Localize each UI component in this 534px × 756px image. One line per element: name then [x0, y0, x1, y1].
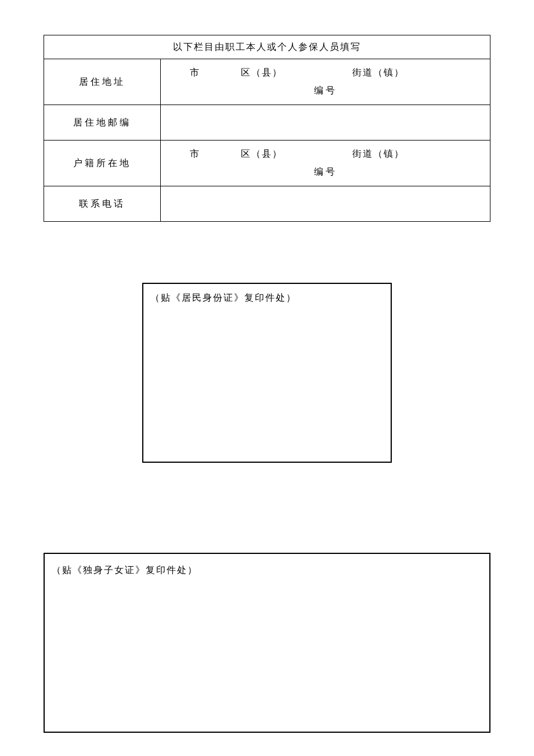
- hukou-street: 街道（镇）: [352, 148, 405, 160]
- hukou-line2: 编号: [161, 166, 490, 178]
- hukou-value-cell[interactable]: 市 区（县） 街道（镇） 编号: [161, 141, 490, 186]
- address-line1: 市 区（县） 街道（镇）: [161, 67, 490, 79]
- hukou-city: 市: [190, 148, 200, 160]
- addr-district: 区（县）: [241, 67, 283, 79]
- phone-label: 联系电话: [79, 199, 125, 208]
- row-label-hukou: 户籍所在地: [44, 141, 161, 186]
- row-label-postal: 居住地邮编: [44, 105, 161, 141]
- only-child-cert-paste-box: （贴《独身子女证》复印件处）: [44, 553, 490, 733]
- address-line2: 编号: [161, 85, 490, 97]
- addr-street: 街道（镇）: [352, 67, 405, 79]
- id-card-paste-box: （贴《居民身份证》复印件处）: [142, 283, 392, 463]
- row-label-address: 居住地址: [44, 59, 161, 105]
- only-child-cert-paste-text: （贴《独身子女证》复印件处）: [52, 565, 198, 575]
- table-header: 以下栏目由职工本人或个人参保人员填写: [44, 35, 490, 59]
- postal-label: 居住地邮编: [73, 117, 131, 127]
- phone-value-cell[interactable]: [161, 186, 490, 222]
- page: 以下栏目由职工本人或个人参保人员填写 居住地址 市 区（县） 街道（镇） 编号 …: [0, 0, 534, 733]
- postal-value-cell[interactable]: [161, 105, 490, 141]
- hukou-label: 户籍所在地: [73, 158, 131, 168]
- header-text: 以下栏目由职工本人或个人参保人员填写: [173, 42, 361, 52]
- addr-city: 市: [190, 67, 200, 79]
- address-label: 居住地址: [79, 77, 125, 87]
- hukou-number: 编号: [314, 167, 337, 177]
- row-label-phone: 联系电话: [44, 186, 161, 222]
- address-value-cell[interactable]: 市 区（县） 街道（镇） 编号: [161, 59, 490, 105]
- hukou-line1: 市 区（县） 街道（镇）: [161, 148, 490, 160]
- hukou-district: 区（县）: [241, 148, 283, 160]
- id-card-paste-text: （贴《居民身份证》复印件处）: [150, 293, 297, 303]
- addr-number: 编号: [314, 85, 337, 95]
- form-table: 以下栏目由职工本人或个人参保人员填写 居住地址 市 区（县） 街道（镇） 编号 …: [44, 35, 490, 222]
